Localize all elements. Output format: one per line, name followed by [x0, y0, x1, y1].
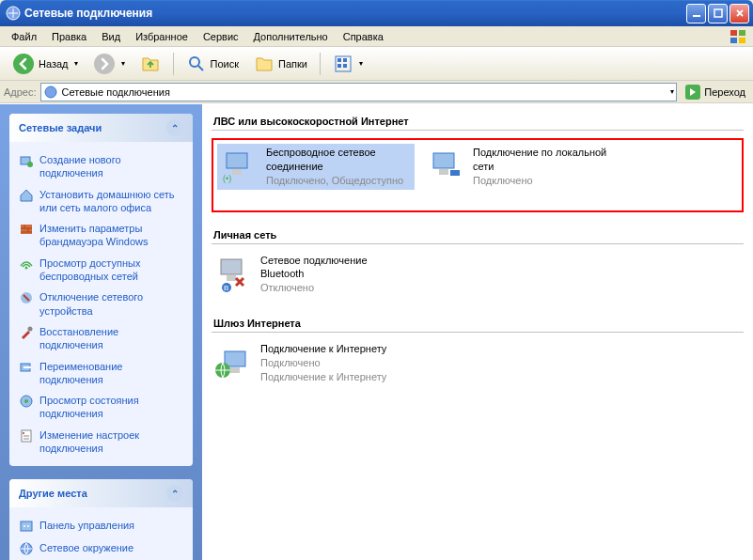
- svg-point-20: [25, 266, 28, 269]
- place-network-places[interactable]: Сетевое окружение: [19, 537, 183, 560]
- properties-icon: [19, 428, 34, 443]
- task-label: Переименование подключения: [39, 360, 183, 387]
- connection-wireless[interactable]: (•) Беспроводное сетевое соединение Подк…: [217, 144, 415, 190]
- menu-edit[interactable]: Правка: [44, 29, 94, 44]
- task-label: Восстановление подключения: [39, 325, 183, 352]
- folder-up-icon: [140, 54, 161, 74]
- toolbar: Назад ▾ ▾ Поиск Папки ▾: [0, 47, 753, 81]
- svg-point-30: [24, 525, 25, 527]
- svg-rect-24: [24, 366, 31, 368]
- task-label: Просмотр доступных беспроводных сетей: [39, 257, 183, 284]
- svg-rect-41: [221, 259, 242, 274]
- tasks-panel-header[interactable]: Сетевые задачи ⌃: [9, 114, 193, 142]
- menu-view[interactable]: Вид: [94, 29, 128, 44]
- window-title: Сетевые подключения: [24, 7, 684, 20]
- svg-point-15: [45, 86, 56, 98]
- windows-logo-icon: [729, 28, 749, 45]
- place-control-panel[interactable]: Панель управления: [19, 515, 183, 537]
- task-new-connection[interactable]: Создание нового подключения: [19, 149, 183, 184]
- places-panel-header[interactable]: Другие места ⌃: [9, 479, 193, 507]
- menu-bar: Файл Правка Вид Избранное Сервис Дополни…: [0, 26, 753, 47]
- collapse-icon: ⌃: [166, 119, 183, 136]
- svg-rect-2: [714, 9, 722, 17]
- task-label: Изменение настроек подключения: [39, 428, 183, 456]
- task-label: Изменить параметры брандмауэра Windows: [39, 222, 183, 249]
- rename-icon: [19, 360, 34, 375]
- chevron-down-icon: ▾: [74, 59, 78, 68]
- task-status[interactable]: Просмотр состояния подключения: [19, 390, 183, 425]
- folders-icon: [254, 54, 275, 74]
- svg-point-28: [23, 432, 24, 434]
- collapse-icon: ⌃: [166, 485, 183, 502]
- places-panel: Другие места ⌃ Панель управления Сетевое…: [9, 479, 193, 560]
- group-internet-gateway: Шлюз Интернета: [212, 314, 744, 333]
- task-label: Отключение сетевого устройства: [39, 290, 183, 318]
- separator: [173, 53, 174, 75]
- tasks-panel-body: Создание нового подключения Установить д…: [9, 142, 193, 466]
- svg-rect-13: [337, 64, 341, 68]
- title-bar: Сетевые подключения: [0, 0, 753, 26]
- highlighted-connections: (•) Беспроводное сетевое соединение Подк…: [212, 138, 744, 212]
- go-icon: [684, 84, 701, 101]
- svg-rect-39: [439, 169, 448, 175]
- folders-button[interactable]: Папки: [247, 50, 314, 78]
- svg-text:(•): (•): [223, 174, 231, 183]
- up-button[interactable]: [133, 50, 167, 78]
- task-properties[interactable]: Изменение настроек подключения: [19, 425, 183, 459]
- back-button[interactable]: Назад ▾: [6, 49, 85, 79]
- menu-tools[interactable]: Сервис: [196, 29, 246, 44]
- connection-via: Подключение к Интернету: [260, 370, 386, 384]
- sidebar: Сетевые задачи ⌃ Создание нового подключ…: [0, 104, 202, 560]
- task-disable-device[interactable]: Отключение сетевого устройства: [19, 287, 183, 321]
- network-places-icon: [19, 541, 34, 556]
- address-bar: Адрес: Сетевые подключения ▾ Переход: [0, 81, 753, 103]
- connection-internet[interactable]: Подключение к Интернету Подключено Подкл…: [212, 340, 409, 386]
- connection-name: Подключение по локальной сети: [473, 146, 620, 174]
- chevron-down-icon: ▾: [359, 59, 363, 68]
- connection-lan[interactable]: Подключение по локальной сети Подключено: [424, 144, 621, 190]
- forward-button[interactable]: ▾: [86, 49, 132, 79]
- connection-status: Подключено, Общедоступно: [266, 174, 413, 188]
- views-button[interactable]: ▾: [326, 50, 369, 78]
- close-button[interactable]: [729, 4, 749, 23]
- svg-point-7: [13, 54, 34, 74]
- address-input[interactable]: Сетевые подключения ▾: [40, 83, 678, 101]
- svg-rect-46: [230, 367, 240, 373]
- connection-name: Беспроводное сетевое соединение: [266, 146, 413, 174]
- search-button[interactable]: Поиск: [180, 50, 245, 78]
- go-button[interactable]: Переход: [681, 82, 749, 102]
- maximize-button[interactable]: [708, 4, 728, 23]
- svg-point-18: [27, 162, 33, 167]
- connection-name: Подключение к Интернету: [260, 342, 386, 356]
- minimize-button[interactable]: [686, 4, 706, 23]
- place-label: Панель управления: [39, 519, 134, 532]
- go-label: Переход: [704, 86, 745, 98]
- group-personal-network: Личная сеть: [212, 226, 744, 244]
- svg-rect-29: [21, 521, 32, 531]
- task-label: Создание нового подключения: [39, 153, 183, 180]
- menu-help[interactable]: Справка: [336, 29, 391, 44]
- svg-point-8: [94, 54, 115, 74]
- place-label: Сетевое окружение: [39, 541, 133, 554]
- app-icon: [6, 6, 21, 21]
- chevron-down-icon: ▾: [121, 59, 125, 68]
- task-rename[interactable]: Переименование подключения: [19, 356, 183, 391]
- new-connection-icon: [19, 153, 34, 168]
- svg-rect-38: [433, 153, 454, 168]
- task-label: Просмотр состояния подключения: [39, 394, 183, 421]
- task-home-network[interactable]: Установить домашнюю сеть или сеть малого…: [19, 184, 183, 219]
- task-repair[interactable]: Восстановление подключения: [19, 321, 183, 356]
- task-view-wireless[interactable]: Просмотр доступных беспроводных сетей: [19, 253, 183, 288]
- control-panel-icon: [19, 519, 34, 534]
- connection-status: Отключено: [260, 281, 407, 295]
- status-icon: [19, 394, 34, 409]
- search-label: Поиск: [211, 58, 239, 70]
- connection-bluetooth[interactable]: B Сетевое подключение Bluetooth Отключен…: [212, 252, 409, 298]
- svg-rect-40: [450, 170, 460, 176]
- chevron-down-icon[interactable]: ▾: [670, 87, 674, 96]
- tasks-header-label: Сетевые задачи: [19, 122, 102, 133]
- menu-advanced[interactable]: Дополнительно: [246, 29, 336, 44]
- task-firewall[interactable]: Изменить параметры брандмауэра Windows: [19, 218, 183, 253]
- menu-file[interactable]: Файл: [4, 29, 44, 44]
- menu-favorites[interactable]: Избранное: [128, 29, 196, 44]
